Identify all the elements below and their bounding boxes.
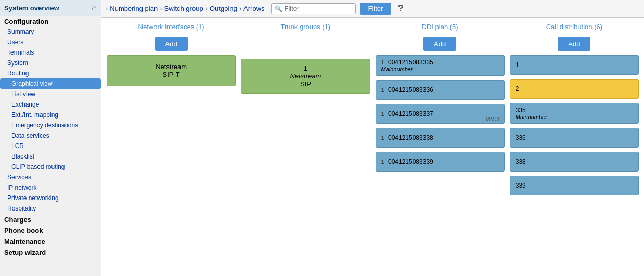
content-area: Network interfaces (1) Add Netstream SIP… [101,18,644,276]
cd-subtitle-3: Mainnumber [516,114,633,120]
topbar: › Numbering plan › Switch group › Outgoi… [101,0,644,18]
search-icon: 🔍 [275,5,282,12]
card-cd-6[interactable]: 339 [510,176,639,195]
help-icon[interactable]: ? [397,3,403,14]
ddi-prefix-5: 1 [381,159,384,165]
card-cd-3[interactable]: 335 Mainnumber [510,103,639,124]
col-trunk-groups: Trunk groups (1) 1 Netstream SIP [241,23,370,195]
arrow-icon-1: › [106,5,108,12]
sidebar-item-hospitality[interactable]: Hospitality [0,203,101,214]
sidebar-item-data-services[interactable]: Data services [0,130,101,141]
cd-value-2: 2 [516,85,519,93]
ddi-number-4: 0041215083338 [388,134,433,141]
add-button-network-interfaces[interactable]: Add [155,37,188,51]
sidebar-item-ext-int-mapping[interactable]: Ext./Int. mapping [0,110,101,120]
ddi-badge-3: MMCC [486,116,502,122]
sidebar-item-users[interactable]: Users [0,37,101,47]
cd-value-3: 335 [516,107,633,114]
add-button-call-distribution[interactable]: Add [558,37,590,51]
ddi-prefix-2: 1 [381,87,384,93]
col-ddi-plan: DDI plan (5) Add 1 0041215083335 Mainnum… [376,23,505,195]
card-cd-2[interactable]: 2 [510,79,639,99]
col-header-call-distribution: Call distribution (6) [510,23,639,33]
col-network-interfaces: Network interfaces (1) Add Netstream SIP… [107,23,236,195]
card-ddi-3[interactable]: 1 0041215083337 MMCC [376,104,505,124]
setup-wizard-section-title[interactable]: Setup wizard [0,246,101,257]
sidebar-item-ip-network[interactable]: IP network [0,182,101,193]
columns-container: Network interfaces (1) Add Netstream SIP… [107,23,639,195]
card-line-2: SIP-T [163,71,180,78]
filter-button[interactable]: Filter [360,3,392,15]
cd-value-5: 338 [516,158,633,165]
sidebar-item-services[interactable]: Services [0,172,101,182]
breadcrumb-switch-group[interactable]: › Switch group [160,5,203,12]
ddi-card-1-content: 1 0041215083335 [381,59,499,66]
main-area: › Numbering plan › Switch group › Outgoi… [101,0,644,276]
breadcrumb-label-1: Numbering plan [110,5,158,12]
sidebar-item-terminals[interactable]: Terminals [0,47,101,58]
search-input[interactable] [285,5,352,12]
ddi-prefix-4: 1 [381,135,384,141]
col-header-ddi-plan: DDI plan (5) [376,23,505,33]
sidebar-item-blacklist[interactable]: Blacklist [0,151,101,162]
card-cd-1[interactable]: 1 [510,55,639,75]
ddi-card-5-content: 1 0041215083339 [381,158,499,165]
col-header-trunk-groups: Trunk groups (1) [241,23,370,33]
sidebar-item-clip-based-routing[interactable]: CLIP based routing [0,162,101,172]
arrow-icon-4: › [239,5,241,12]
card-ddi-4[interactable]: 1 0041215083338 [376,128,505,148]
ddi-card-4-content: 1 0041215083338 [381,134,499,141]
ddi-number-5: 0041215083339 [388,158,433,165]
home-icon[interactable]: ⌂ [92,3,97,12]
breadcrumb-label-2: Switch group [164,5,203,12]
ddi-number-3: 0041215083337 [388,110,433,117]
card-ddi-5[interactable]: 1 0041215083339 [376,152,505,172]
system-overview-label: System overview [4,4,59,12]
sidebar-item-summary[interactable]: Summary [0,27,101,37]
breadcrumb-label-3: Outgoing [210,5,237,12]
card-trunk-type: SIP [300,80,311,88]
card-ddi-1[interactable]: 1 0041215083335 Mainnumber [376,55,505,76]
phone-book-section-title[interactable]: Phone book [0,225,101,235]
ddi-card-3-content: 1 0041215083337 [381,110,499,117]
card-trunk-1[interactable]: 1 Netstream SIP [241,59,370,94]
breadcrumb-outgoing[interactable]: › Outgoing [205,5,237,12]
sidebar-item-graphical-view[interactable]: Graphical view [0,78,101,89]
cd-value-4: 336 [516,134,633,141]
col-header-network-interfaces: Network interfaces (1) [107,23,236,33]
cd-value-6: 339 [516,182,633,189]
ddi-subtitle-1: Mainnumber [381,66,499,72]
card-trunk-num: 1 [304,64,307,72]
sidebar: System overview ⌂ Configuration Summary … [0,0,101,276]
arrow-icon-2: › [160,5,162,12]
sidebar-item-list-view[interactable]: List view [0,89,101,99]
add-button-ddi-plan[interactable]: Add [423,37,456,51]
breadcrumb-label-4: Arrows [243,5,264,12]
sidebar-item-emergency-destinations[interactable]: Emergency destinations [0,120,101,130]
card-cd-5[interactable]: 338 [510,152,639,172]
ddi-card-2-content: 1 0041215083336 [381,86,499,94]
search-box: 🔍 [271,3,356,14]
ddi-prefix-3: 1 [381,111,384,117]
sidebar-item-system[interactable]: System [0,58,101,68]
card-trunk-name: Netstream [290,72,321,80]
breadcrumb-arrows[interactable]: › Arrows [239,5,265,12]
sidebar-item-routing[interactable]: Routing [0,68,101,78]
card-line-1: Netstream [156,63,187,71]
maintenance-section-title[interactable]: Maintenance [0,235,101,246]
ddi-number-2: 0041215083336 [388,86,433,94]
card-cd-4[interactable]: 336 [510,128,639,148]
col-call-distribution: Call distribution (6) Add 1 2 335 Mainnu… [510,23,639,195]
sidebar-item-exchange[interactable]: Exchange [0,99,101,110]
sidebar-item-private-networking[interactable]: Private networking [0,193,101,203]
card-ddi-2[interactable]: 1 0041215083336 [376,80,505,100]
ddi-number-1: 0041215083335 [388,59,433,66]
breadcrumb-numbering-plan[interactable]: › Numbering plan [106,5,158,12]
sidebar-system-overview[interactable]: System overview ⌂ [0,0,101,16]
sidebar-item-lcr[interactable]: LCR [0,141,101,151]
card-netstream-sipt[interactable]: Netstream SIP-T [107,55,236,86]
charges-section-title[interactable]: Charges [0,214,101,225]
arrow-icon-3: › [205,5,208,12]
ddi-prefix-1: 1 [381,59,384,65]
cd-value-1: 1 [516,61,633,69]
